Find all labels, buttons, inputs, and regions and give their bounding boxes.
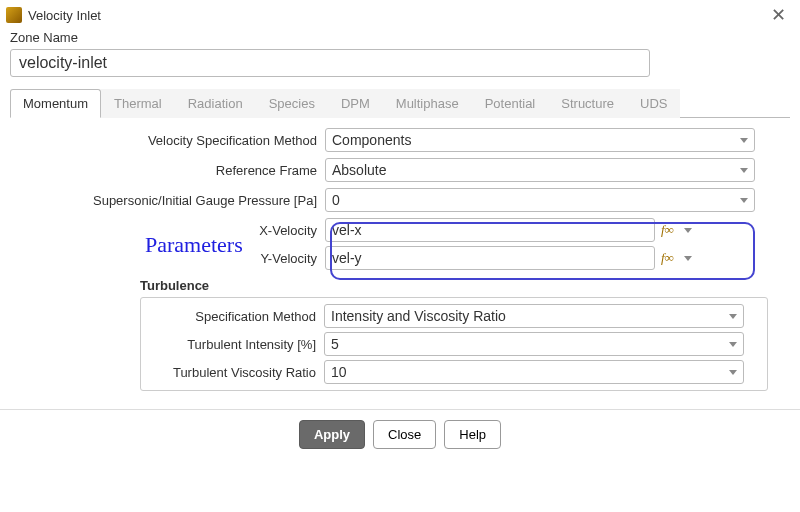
gauge-pressure-label: Supersonic/Initial Gauge Pressure [Pa] — [20, 193, 325, 208]
y-velocity-input[interactable]: vel-y — [325, 246, 655, 270]
titlebar: Velocity Inlet ✕ — [0, 0, 800, 28]
turb-visc-ratio-value: 10 — [331, 364, 347, 380]
turb-visc-ratio-input[interactable]: 10 — [324, 360, 744, 384]
fx-icon: f∞ — [661, 222, 674, 238]
tab-dpm[interactable]: DPM — [328, 89, 383, 118]
tab-potential[interactable]: Potential — [472, 89, 549, 118]
turb-spec-method-select[interactable]: Intensity and Viscosity Ratio — [324, 304, 744, 328]
tab-species[interactable]: Species — [256, 89, 328, 118]
fx-icon: f∞ — [661, 250, 674, 266]
window-title: Velocity Inlet — [28, 8, 765, 23]
ref-frame-value: Absolute — [332, 162, 386, 178]
zone-name-input[interactable] — [10, 49, 650, 77]
turbulence-group: Specification Method Intensity and Visco… — [140, 297, 768, 391]
chevron-down-icon — [740, 198, 748, 203]
vel-spec-method-select[interactable]: Components — [325, 128, 755, 152]
chevron-down-icon — [740, 168, 748, 173]
chevron-down-icon — [684, 256, 692, 261]
vel-spec-method-label: Velocity Specification Method — [20, 133, 325, 148]
gauge-pressure-value: 0 — [332, 192, 340, 208]
tab-multiphase[interactable]: Multiphase — [383, 89, 472, 118]
chevron-down-icon — [729, 370, 737, 375]
tab-radiation[interactable]: Radiation — [175, 89, 256, 118]
close-icon[interactable]: ✕ — [765, 4, 792, 26]
tab-structure[interactable]: Structure — [548, 89, 627, 118]
tab-thermal[interactable]: Thermal — [101, 89, 175, 118]
turb-intensity-label: Turbulent Intensity [%] — [149, 337, 324, 352]
turbulence-header: Turbulence — [140, 278, 780, 293]
chevron-down-icon — [729, 342, 737, 347]
turb-intensity-value: 5 — [331, 336, 339, 352]
close-button[interactable]: Close — [373, 420, 436, 449]
gauge-pressure-input[interactable]: 0 — [325, 188, 755, 212]
tab-bar: Momentum Thermal Radiation Species DPM M… — [10, 89, 790, 118]
turb-visc-ratio-label: Turbulent Viscosity Ratio — [149, 365, 324, 380]
chevron-down-icon — [729, 314, 737, 319]
app-icon — [6, 7, 22, 23]
vel-spec-method-value: Components — [332, 132, 411, 148]
momentum-panel: Velocity Specification Method Components… — [0, 118, 800, 399]
zone-name-label: Zone Name — [0, 28, 800, 49]
turb-intensity-input[interactable]: 5 — [324, 332, 744, 356]
apply-button[interactable]: Apply — [299, 420, 365, 449]
x-velocity-fx-button[interactable]: f∞ — [661, 222, 692, 238]
turb-spec-method-value: Intensity and Viscosity Ratio — [331, 308, 506, 324]
ref-frame-select[interactable]: Absolute — [325, 158, 755, 182]
parameters-annotation: Parameters — [145, 232, 243, 258]
chevron-down-icon — [740, 138, 748, 143]
ref-frame-label: Reference Frame — [20, 163, 325, 178]
tab-uds[interactable]: UDS — [627, 89, 680, 118]
tab-momentum[interactable]: Momentum — [10, 89, 101, 118]
x-velocity-input[interactable]: vel-x — [325, 218, 655, 242]
turb-spec-method-label: Specification Method — [149, 309, 324, 324]
chevron-down-icon — [684, 228, 692, 233]
y-velocity-fx-button[interactable]: f∞ — [661, 250, 692, 266]
dialog-buttons: Apply Close Help — [0, 409, 800, 459]
help-button[interactable]: Help — [444, 420, 501, 449]
